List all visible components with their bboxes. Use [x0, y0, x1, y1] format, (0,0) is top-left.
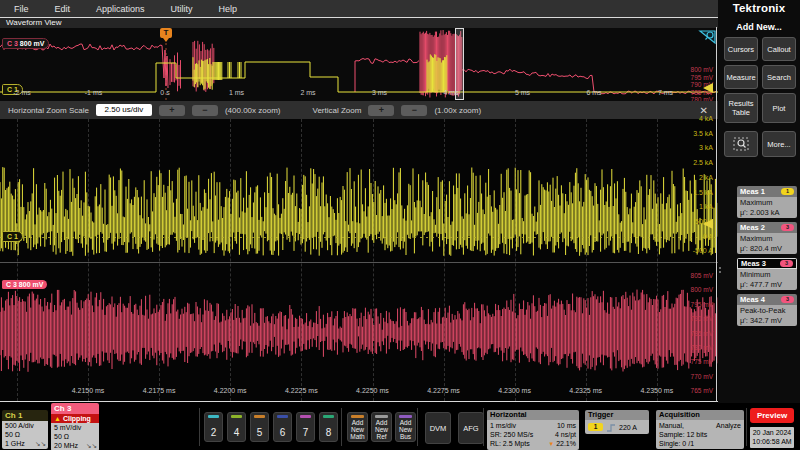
zoom-overview-icon[interactable] [698, 29, 717, 45]
v-zoom-factor: (1.00x zoom) [434, 106, 481, 115]
h-sample-rate: SR: 250 MS/s [490, 430, 533, 439]
ch3-scale-badge[interactable]: C 3 800 mV [2, 280, 47, 289]
ch1-setting-row: 500 A/div [5, 422, 45, 431]
panel-drag-handle[interactable] [719, 265, 723, 275]
add-new-button[interactable]: Add New Bus [395, 412, 416, 442]
trigger-position-icon: ▼ [548, 441, 554, 447]
sidebar-tool-button[interactable]: Search [762, 65, 796, 89]
measurement-name: Meas 1 [740, 187, 765, 196]
separator [199, 408, 200, 446]
time-tick-label: -1 ms [85, 89, 103, 96]
horizontal-panel[interactable]: Horizontal 1 ms/div10 ms SR: 250 MS/s4 n… [487, 410, 579, 450]
zoom-icon [733, 137, 749, 151]
measurement-source-pill: 3 [781, 296, 794, 303]
time-tick-label: 5 ms [515, 89, 530, 96]
time-tick-label: -2 ms [13, 89, 31, 96]
menu-item[interactable]: Applications [96, 4, 145, 14]
axis-label: 1.5 kA [693, 186, 713, 201]
time-tick-label: 1 ms [229, 89, 244, 96]
trigger-title: Trigger [585, 410, 649, 420]
ch3-settings-badge[interactable]: Ch 3 ▲ Clipping 5 mV/div50 Ω20 MHz ↘↘ [51, 403, 99, 450]
time-tick-label: 2 ms [300, 89, 315, 96]
tool-button[interactable]: DVM [425, 412, 451, 444]
measurement-badge[interactable]: Meas 2 3 Maximum μ': 820.4 mV [737, 222, 797, 254]
ch1-position-arrow[interactable] [703, 219, 713, 229]
time-tick-label: 4.2275 ms [427, 387, 460, 394]
channel-button[interactable]: 5 [250, 412, 269, 442]
v-zoom-minus-button[interactable]: − [401, 105, 427, 116]
measurement-value: μ': 477.7 mV [740, 280, 794, 290]
ch1-ground-badge[interactable]: C 1 [2, 231, 23, 242]
zoom-button[interactable] [724, 131, 758, 157]
separator [746, 408, 747, 446]
add-new-button[interactable]: Add New Ref [371, 412, 392, 442]
tab-bar: Waveform View [0, 17, 718, 28]
ch3-zoom-trace [0, 262, 718, 400]
menu-item[interactable]: File [14, 4, 29, 14]
channel-color-stripe [231, 415, 242, 418]
preview-button[interactable]: Preview [750, 408, 794, 423]
axis-label: 805 mV [691, 269, 713, 283]
sidebar-tool-button[interactable]: Cursors [724, 37, 758, 61]
h-zoom-scale-input[interactable]: 2.50 us/div [96, 104, 152, 116]
channel-button[interactable]: 6 [273, 412, 292, 442]
menu-item[interactable]: Utility [171, 4, 193, 14]
sidebar-tool-button[interactable]: Results Table [724, 93, 758, 123]
ch3-setting-row: 5 mV/div [54, 424, 96, 433]
axis-label: 775 mV [691, 355, 713, 369]
h-zoom-label: Horizontal Zoom Scale [8, 106, 89, 115]
date: 20 Jan 2024 [750, 429, 794, 438]
acq-analyze: Analyze [716, 421, 741, 430]
time-tick-label: 7 ms [658, 89, 673, 96]
probe-icon: ↘↘ [35, 440, 46, 448]
overview-ch3-badge[interactable]: C 3 800 mV [2, 38, 49, 49]
ch3-position-arrow[interactable] [703, 83, 713, 93]
time: 10:06:58 AM [750, 438, 794, 447]
menu-item[interactable]: Help [219, 4, 238, 14]
channel-color-stripe [277, 415, 288, 418]
h-zoom-factor: (400.00x zoom) [225, 106, 281, 115]
acquisition-panel[interactable]: Acquisition Manual,Analyze Sample: 12 bi… [656, 410, 744, 449]
time-tick-label: 4.2350 ms [640, 387, 673, 394]
acq-sample: Sample: 12 bits [659, 430, 741, 439]
measurement-badge[interactable]: Meas 4 3 Peak-to-Peak μ': 342.7 mV [737, 294, 797, 326]
sidebar-tool-button[interactable]: Callout [762, 37, 796, 61]
axis-label: 780 mV [691, 341, 713, 355]
measurement-type: Peak-to-Peak [740, 306, 794, 316]
more-button[interactable]: More... [762, 131, 796, 157]
measurement-name: Meas 4 [740, 295, 765, 304]
ch3-vertical-axis: 805 mV800 mV795 mV790 mV785 mV780 mV775 … [691, 269, 713, 399]
axis-label: 4 kA [693, 112, 713, 127]
add-new-button[interactable]: Add New Math [347, 412, 368, 442]
measurement-badge[interactable]: Meas 1 1 Maximum μ': 2.003 kA [737, 186, 797, 218]
tab-waveform-view[interactable]: Waveform View [0, 18, 718, 28]
sidebar-tool-button[interactable]: Plot [762, 93, 796, 123]
v-zoom-plus-button[interactable]: + [368, 105, 394, 116]
h-zoom-plus-button[interactable]: + [159, 105, 185, 116]
axis-label: -500 A [693, 244, 713, 259]
tool-button[interactable]: AFG [458, 412, 484, 444]
channel-button[interactable]: 8 [319, 412, 338, 442]
channel-button[interactable]: 2 [204, 412, 223, 442]
h-zoom-minus-button[interactable]: − [192, 105, 218, 116]
h-scale: 1 ms/div [490, 421, 516, 430]
channel-button[interactable]: 4 [227, 412, 246, 442]
time-tick-label: 4.2325 ms [569, 387, 602, 394]
settings-bar: Ch 1 500 A/div50 Ω1 GHz ↘↘ Ch 3 ▲ Clippi… [0, 403, 800, 450]
trigger-source-pill: 1 [588, 423, 603, 431]
trigger-panel[interactable]: Trigger 1 220 A [585, 410, 649, 434]
acquisition-title: Acquisition [656, 410, 744, 420]
channel-button[interactable]: 7 [296, 412, 315, 442]
sidebar-tool-button[interactable]: Measure [724, 65, 758, 89]
menu-item[interactable]: Edit [55, 4, 71, 14]
ch1-settings-badge[interactable]: Ch 1 500 A/div50 Ω1 GHz ↘↘ [2, 410, 48, 449]
trigger-position-marker[interactable]: T [160, 28, 172, 38]
measurement-value: μ': 2.003 kA [740, 208, 794, 218]
measurement-type: Maximum [740, 234, 794, 244]
measurement-type: Minimum [740, 270, 794, 280]
time-tick-label: 4 ms [443, 89, 458, 96]
channel-color-stripe [208, 415, 219, 418]
acq-mode: Manual, [659, 421, 684, 430]
measurement-badge[interactable]: Meas 3 3 Minimum μ': 477.7 mV [737, 258, 797, 290]
time-tick-label: 4.2175 ms [143, 387, 176, 394]
